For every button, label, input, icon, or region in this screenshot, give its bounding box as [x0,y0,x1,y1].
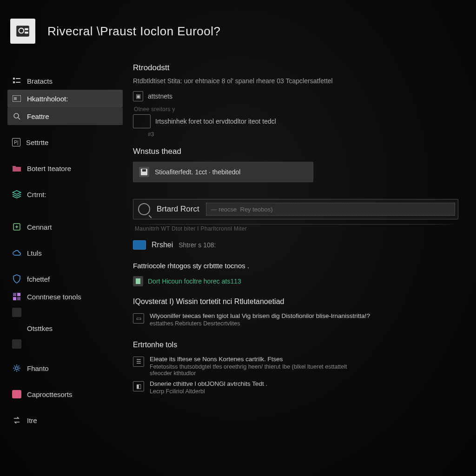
section-title: Ertrtonhe tols [133,341,467,349]
sidebar-item-settrtte[interactable]: P| Settrtte [7,133,123,151]
sidebar-item-label: Caprocttesorts [27,390,73,398]
sidebar-item-label: Fhanto [27,364,49,372]
cloud-icon [12,248,21,258]
sidebar-item-label: Conntnese tonols [27,293,81,301]
page-title: Rivecral \Praust Ioclon Eurool? [47,24,220,39]
sidebar-item-label: Crtrnt: [27,191,46,198]
sidebar-item-feattre[interactable]: Feattre [7,107,123,125]
card-icon [12,94,21,103]
info-row[interactable]: ▭ Wlyoonilfer teecas feen tgiot lual Vig… [133,311,467,329]
divider [133,224,458,225]
folder-icon [12,164,21,173]
rows-icon [12,324,21,333]
placeholder-icon [12,339,21,349]
tag-icon: P| [12,138,20,146]
svg-rect-16 [17,297,20,300]
swap-icon [12,416,21,425]
sidebar-item-hkattnholoot[interactable]: Hkattnholoot: [7,90,123,107]
badge-row[interactable]: Rrshei Shtrer s 108: [133,240,467,250]
list-icon [12,76,21,86]
link-row[interactable]: Dort Hicoun focltre horec ats113 [133,274,467,288]
svg-rect-2 [25,28,28,30]
sidebar-item-label: Hkattnholoot: [27,95,68,103]
option-row-2[interactable]: Irtsshinhek foret tool ervdtodltor iteot… [133,112,467,130]
sidebar-item-botert[interactable]: Botert Iteatore [7,159,123,177]
section-title: Rtrododstt [133,63,467,73]
search-icon [138,203,150,215]
sidebar-item-fhanto[interactable]: Fhanto [7,359,123,377]
svg-rect-4 [13,78,15,79]
checkbox-icon[interactable]: ▣ [133,91,143,101]
svg-rect-0 [16,26,29,36]
sidebar-item-label: Ltuls [27,249,42,257]
option-row-1[interactable]: ▣ attstnets [133,89,467,103]
item-sub: Lecrp Fciliriol Altderbl [150,388,267,395]
section-title: Fattriocole rhtogos sty crbttte tocnos . [133,262,467,270]
section-description: Rtdbtldtiset Stita: uor ehtnaice 8 ol' s… [133,77,467,85]
sidebar-muted-row-2 [7,337,123,351]
sidebar-item-bratacts[interactable]: Bratacts [7,72,123,90]
svg-line-11 [18,118,20,119]
svg-point-17 [15,367,18,370]
placeholder-icon [12,308,21,317]
search-bar[interactable]: Brtard Rorct [133,199,458,219]
sidebar-item-otsttkes[interactable]: Otsttkes [7,319,123,337]
option-group-label: Olnee sreitors y [134,106,467,112]
badge-sub: Shtrer s 108: [178,241,216,249]
app-badge-icon [133,240,146,250]
thumb-icon [133,114,151,128]
sidebar-item-label: Itre [27,416,37,424]
sidebar-item-label: Settrtte [26,139,48,146]
page-icon: ☰ [133,357,144,367]
app-icon [10,19,35,44]
status-text: Stioafiterfedt. 1cct · thebitedol [155,168,240,176]
sidebar-item-itre[interactable]: Itre [7,411,123,429]
sidebar-item-label: fchettef [27,275,50,283]
sidebar-item-caproct[interactable]: Caprocttesorts [7,385,123,403]
status-card[interactable]: Stioafiterfedt. 1cct · thebitedol [133,162,313,182]
svg-rect-9 [14,97,17,100]
search-icon [12,112,21,121]
svg-rect-19 [142,169,146,172]
sidebar-item-label: Otsttkes [27,324,53,332]
search-input[interactable] [206,203,455,216]
grid-icon [12,292,21,301]
svg-rect-6 [13,81,15,83]
main-content: Rtrododstt Rtdbtldtiset Stita: uor ehtna… [133,60,467,476]
badge-label: Rrshei [152,241,173,249]
save-icon [139,167,149,177]
sidebar-item-label: Feattre [27,112,49,120]
shield-icon [12,274,21,284]
page-icon: ◧ [133,381,144,391]
capture-icon [12,390,21,398]
svg-rect-13 [13,293,16,296]
svg-rect-15 [13,297,16,300]
sidebar-item-crtrnt[interactable]: Crtrnt: [7,185,123,203]
sidebar-muted-row [7,305,123,319]
list-item[interactable]: ◧ Dsnerie cthittve l obtJONGl avtrchits … [133,378,467,397]
svg-rect-20 [136,278,140,284]
item-sub: Fetetositss thutsobdgtel tfes oreethrig … [150,364,347,377]
gear-icon [12,364,21,373]
section-title: Wnstus thead [133,147,467,156]
svg-point-10 [14,113,19,118]
search-label: Brtard Rorct [157,205,199,214]
info-line-2: esttathes Rebriuters Desrtecrtvlites [150,320,370,327]
sidebar-item-conntnese[interactable]: Conntnese tonols [7,288,123,305]
option-label: attstnets [148,93,172,100]
sidebar-item-fchettef[interactable]: fchettef [7,270,123,288]
stack-icon [12,190,21,199]
sidebar-item-label: Bratacts [27,77,53,85]
search-hint: Maunittrh WT Dtot biter I Pharltcronnl M… [135,225,467,232]
sidebar-item-ltuls[interactable]: Ltuls [7,244,123,262]
sidebar-item-label: Cennart [27,223,52,231]
svg-rect-5 [16,78,20,79]
doc-icon [133,276,143,286]
svg-rect-3 [25,32,28,33]
svg-rect-14 [17,293,20,296]
sidebar-item-cennart[interactable]: Cennart [7,218,123,236]
link-label: Dort Hicoun focltre horec ats113 [148,278,241,285]
list-item[interactable]: ☰ Eleate its lftese se Nons Kortenes car… [133,354,467,378]
box-icon [12,222,21,231]
option-label: Irtsshinhek foret tool ervdtodltor iteot… [155,118,276,125]
